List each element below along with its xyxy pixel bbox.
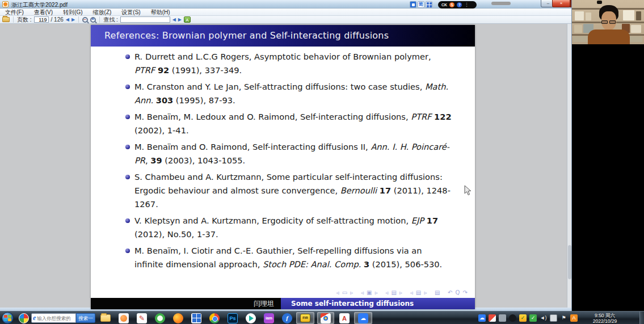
taskbar-app-foxit-active[interactable]: FIR [296,312,314,324]
next-page-icon[interactable]: ▶ [71,16,75,23]
taskbar-app-video[interactable] [189,312,204,324]
taskbar-app-notes[interactable]: ✎ [134,312,149,324]
books [586,12,591,20]
tray-green-shield-icon[interactable]: ✓ [529,314,537,322]
toolbar-separator [13,16,14,23]
taskbar-clock[interactable]: 9:50 周六 2022/10/29 [583,313,626,324]
taskbar-app-flash[interactable]: f [280,312,294,324]
vertical-scrollbar[interactable] [567,24,571,308]
language-toolbar: 简 [410,1,432,8]
tray-cloud-icon[interactable]: ☁ [478,314,486,322]
reference-item: S. Chambeu and A. Kurtzmann, Some partic… [134,170,452,211]
tray-red-icon[interactable] [489,314,496,322]
menu-settings[interactable]: 设置(S) [116,9,145,15]
taskbar-app-cloud-active[interactable]: ☁ [354,312,372,324]
journal-name: EJP [411,216,424,225]
taskbar-app-iam[interactable]: iam [262,312,276,324]
beamer-navigation-icons[interactable]: ◃ ▭ ▹ ◃ ▣ ▹ ◃ ▤ ▹ ◃ ▤ ▹ ▤ ↶ Q ↷ [336,289,469,296]
sogou-browser-icon [321,313,331,323]
tray-gray-icon[interactable] [499,314,506,322]
menu-zoom[interactable]: 缩放(Z) [88,9,117,15]
footer-short-title: Some self-interacting diffusions [281,298,475,309]
reference-item: M. Benaïm, M. Ledoux and O. Raimond, Sel… [134,110,452,137]
zoom-out-icon[interactable]: – [82,17,88,23]
help-badge-icon[interactable]: ? [457,2,462,7]
blue-grid-icon [191,313,201,323]
taskbar-app-acrobat[interactable]: A [337,312,352,324]
taskbar-search-input[interactable] [37,315,71,321]
taskbar-app-tencent-video[interactable] [243,312,258,324]
taskbar-app-explorer[interactable] [98,312,113,324]
bullet-icon [125,85,130,89]
menu-help[interactable]: 帮助(H) [146,9,175,15]
slide-header: References: Brownian polymer and Self-in… [91,25,475,47]
start-button[interactable] [2,312,14,324]
reference-text: (1991), 337-349. [169,65,242,75]
toolbar: 页数 : / 126 ◀ ▶ – + 查找 : ◀ ▶ A [0,16,571,24]
green-browser-icon [155,313,165,323]
reference-text: V. Kleptsyn and A. Kurtzmann, Ergodicity… [134,216,411,225]
highlight-all-icon[interactable]: A [184,16,191,23]
reference-text: (2012), No.50, 1-37. [134,229,218,239]
taskbar-app-360browser[interactable] [153,312,167,324]
reference-text: (2002), 1-41. [134,125,189,135]
reference-text: (1995), 87-93. [173,95,235,105]
media-player-icon [119,313,129,323]
chrome-icon [209,313,220,323]
taskbar-app-sogou-active[interactable] [317,312,334,324]
tray-black-icon[interactable] [509,314,516,322]
more-dots-icon[interactable]: ⋮ [464,2,469,7]
zoom-in-icon[interactable]: + [90,17,96,23]
tray-speaker-icon[interactable]: ◄) [540,314,547,322]
find-input[interactable] [120,16,170,23]
ck-label: CK [441,3,447,7]
footer-author: 闫理坦 [91,298,281,309]
scrollbar-thumb[interactable] [568,245,571,279]
open-file-icon[interactable] [2,17,10,22]
bullet-icon [125,218,130,223]
volume-number: 17 [380,186,391,195]
find-next-icon[interactable]: ▶ [178,16,182,23]
tray-network-icon[interactable] [550,314,557,322]
sogou-icon[interactable]: S [449,2,454,7]
pinwheel-icon [19,313,29,323]
ime-icon[interactable] [410,1,416,8]
reference-item: M. Cranston and Y. Le Jan, Self-attracti… [134,80,452,107]
window-titlebar[interactable]: 浙江工商大学2022.pdf 简 CK S ? ⋮ – ▫ × [0,0,571,9]
person-body [588,30,630,44]
webcam-video [572,0,644,44]
tray-orange-icon[interactable]: A [570,314,578,322]
reference-item: M. Benaïm, I. Ciotir and C.-E. Gauthier,… [134,244,452,271]
reference-item: V. Kleptsyn and A. Kurtzmann, Ergodicity… [134,214,452,241]
photoshop-icon: Ps [228,313,238,323]
screen: 浙江工商大学2022.pdf 简 CK S ? ⋮ – ▫ × [0,0,644,324]
taskbar-search-button[interactable]: 搜索一下 [76,313,95,323]
reference-text: (2003), 1043-1055. [162,155,246,165]
page-total: / 126 [51,16,64,23]
show-desktop-button[interactable] [639,312,644,324]
wall-camera [597,1,602,4]
tray-yellow-shield-icon[interactable]: ✓ [519,314,527,322]
taskbar-search-box[interactable]: e [31,313,76,323]
menu-goto[interactable]: 转到(G) [58,9,87,15]
bullet-icon [125,249,130,253]
simplified-chinese-icon[interactable]: 简 [418,1,424,8]
close-button[interactable]: × [552,0,570,7]
taskbar-app-360[interactable] [16,312,31,324]
ime-grid-icon[interactable] [426,1,432,8]
books [575,11,584,20]
taskbar-app-chrome[interactable] [207,312,222,324]
reference-list: R. Durrett and L.C.G Rogers, Asymptotic … [91,50,475,274]
page-number-input[interactable] [34,16,49,23]
glasses [609,20,616,24]
find-previous-icon[interactable]: ◀ [172,16,176,23]
taskbar-app-photoshop[interactable]: Ps [225,312,240,324]
reference-item: M. Benaïm and O. Raimond, Self-interacti… [134,140,452,167]
previous-page-icon[interactable]: ◀ [66,16,69,23]
menu-view[interactable]: 查看(V) [29,9,58,15]
menu-file[interactable]: 文件(F) [0,9,29,15]
reference-text: , [145,155,150,165]
taskbar-app-firefox[interactable] [171,312,186,324]
taskbar-app-mediaplayer[interactable] [116,312,131,324]
tray-action-center-icon[interactable]: ⚑ [560,314,567,322]
